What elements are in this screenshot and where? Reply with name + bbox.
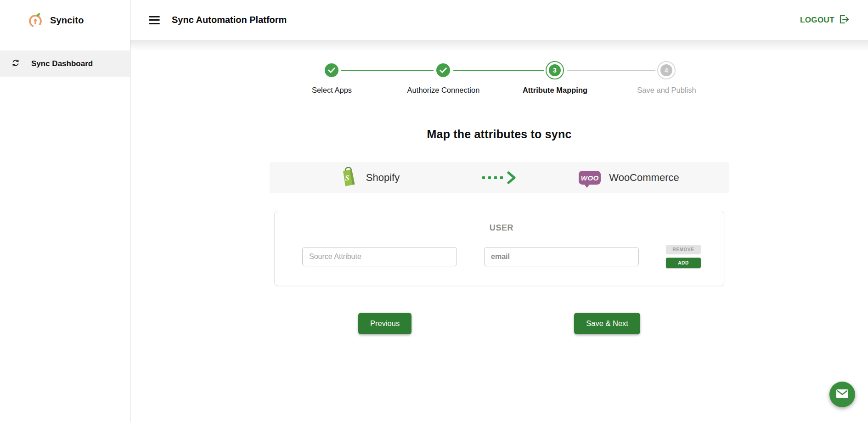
step-4-number: 4 [660,64,672,76]
step-3-label: Attribute Mapping [499,86,611,95]
connector-1-2 [341,70,434,71]
logout-icon [839,14,850,26]
syncito-logo-icon [28,12,43,28]
app-name: Syncito [50,15,84,26]
sidebar: Syncito Sync Dashboard [0,0,130,422]
source-app: S Shopify [270,166,469,189]
step-2-label: Authorize Connection [388,86,499,95]
stepper-track: 3 4 [276,60,722,80]
attribute-mapping-card: USER REMOVE ADD [274,211,724,286]
target-app: WOO WooCommerce [529,171,729,185]
woocommerce-logo-icon: WOO [579,171,601,185]
svg-text:S: S [345,174,349,182]
logout-label: LOGOUT [800,16,834,25]
add-mapping-button[interactable]: ADD [666,258,701,268]
wizard-stepper: 3 4 Select Apps Authorize Connection Att… [276,60,722,95]
wizard-actions: Previous Save & Next [130,313,868,334]
support-chat-button[interactable] [829,382,855,407]
hamburger-menu-icon[interactable] [149,16,160,24]
target-app-name: WooCommerce [609,172,679,184]
apps-connection-row: S Shopify WOO WooCommerce [270,162,729,193]
app-logo: Syncito [0,0,130,28]
page-title: Sync Automation Platform [172,15,287,25]
section-heading: Map the attributes to sync [130,128,868,141]
connector-3-4 [567,70,655,71]
step-2-circle-completed [436,63,450,77]
sidebar-item-sync-dashboard[interactable]: Sync Dashboard [0,51,130,77]
step-3-number: 3 [549,64,561,76]
row-buttons: REMOVE ADD [666,245,701,268]
logout-button[interactable]: LOGOUT [800,14,850,26]
sidebar-item-label: Sync Dashboard [31,59,93,68]
source-attribute-input[interactable] [302,247,457,266]
mapping-section-title: USER [302,223,701,233]
step-1-label: Select Apps [276,86,388,95]
shopify-logo-icon: S [339,166,358,189]
step-1-circle-completed [325,63,338,77]
sync-icon [11,58,20,69]
main-content: 3 4 Select Apps Authorize Connection Att… [130,40,868,422]
check-icon [440,68,447,73]
previous-button[interactable]: Previous [358,313,411,334]
connector-2-3 [453,70,544,71]
step-4-circle-upcoming: 4 [657,61,676,79]
source-app-name: Shopify [366,172,400,184]
stepper-labels: Select Apps Authorize Connection Attribu… [276,86,722,95]
step-3-circle-active: 3 [546,61,564,79]
top-header: Sync Automation Platform LOGOUT [130,0,868,40]
check-icon [328,68,335,73]
save-next-button[interactable]: Save & Next [574,313,640,334]
remove-mapping-button[interactable]: REMOVE [666,245,701,254]
step-4-label: Save and Publish [611,86,722,95]
target-attribute-input[interactable] [484,247,639,266]
mapping-row: REMOVE ADD [302,245,701,268]
sync-direction-arrow-icon [469,171,529,184]
envelope-icon [836,389,849,400]
